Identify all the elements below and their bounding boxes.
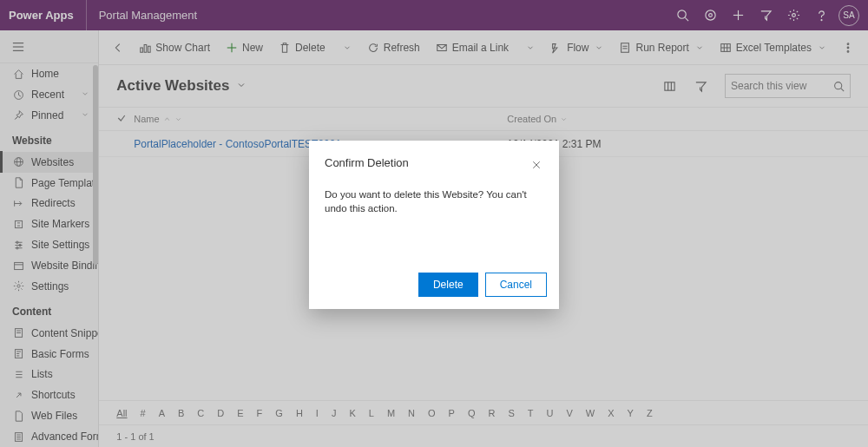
dialog-delete-button[interactable]: Delete	[418, 273, 478, 297]
close-icon	[531, 160, 542, 170]
dialog-cancel-button[interactable]: Cancel	[485, 273, 547, 297]
confirm-deletion-dialog: Confirm Deletion Do you want to delete t…	[309, 141, 559, 309]
dialog-close-button[interactable]	[529, 156, 543, 175]
dialog-message: Do you want to delete this Website? You …	[309, 175, 559, 227]
dialog-title: Confirm Deletion	[325, 156, 409, 169]
